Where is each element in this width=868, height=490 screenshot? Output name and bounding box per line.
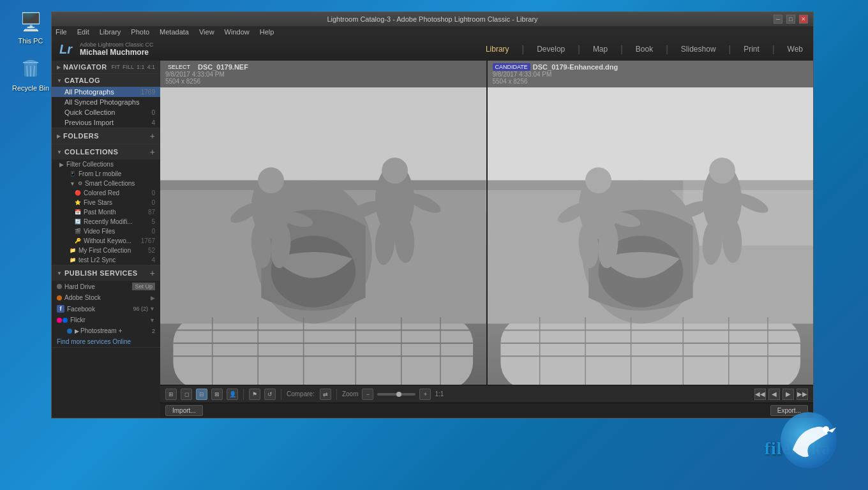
- filter-collections[interactable]: ▶ Filter Collections: [52, 160, 160, 169]
- nav-1-1[interactable]: 1:1: [137, 64, 145, 70]
- menu-file[interactable]: File: [54, 28, 68, 36]
- zoom-plus-button[interactable]: +: [419, 389, 431, 400]
- next-button[interactable]: ▶: [782, 389, 794, 400]
- lr-logo: Lr: [59, 42, 72, 57]
- watermark-content: filekaka: [765, 438, 831, 459]
- menu-window[interactable]: Window: [223, 28, 251, 36]
- publish-facebook[interactable]: f Facebook 96 (2) ▼: [52, 303, 160, 315]
- prev-button[interactable]: ◀: [768, 389, 780, 400]
- desktop-icon-this-pc[interactable]: 🖥️ This PC: [5, 6, 56, 47]
- catalog-all-photographs[interactable]: All Photographs 1769: [52, 87, 160, 97]
- collection-recently-modified[interactable]: 🔄 Recently Modifi... 5: [52, 217, 160, 226]
- lr-center: SELECT DSC_0179.NEF 9/8/2017 4:33:04 PM …: [160, 61, 813, 418]
- menu-view[interactable]: View: [198, 28, 216, 36]
- right-sculpture-svg: [488, 61, 814, 385]
- test-lr2-icon: 📁: [70, 257, 76, 263]
- collection-five-stars[interactable]: ⭐ Five Stars 0: [52, 198, 160, 207]
- hard-drive-setup[interactable]: Set Up: [132, 283, 155, 290]
- menu-library[interactable]: Library: [98, 28, 123, 36]
- svg-point-47: [709, 158, 735, 184]
- navigator-section: ▶ Navigator FIT FILL 1:1 4:1: [52, 61, 160, 74]
- people-view-button[interactable]: 👤: [227, 389, 238, 400]
- find-more-services[interactable]: Find more services Online: [52, 336, 160, 347]
- minimize-button[interactable]: ─: [774, 15, 782, 24]
- maximize-button[interactable]: □: [786, 15, 795, 24]
- import-button[interactable]: Import...: [165, 405, 203, 416]
- folders-section: ▶ Folders +: [52, 128, 160, 144]
- menu-photo[interactable]: Photo: [130, 28, 151, 36]
- compare-right-image: CANDIDATE DSC_0179-Enhanced.dng 9/8/2017…: [488, 61, 814, 385]
- menu-metadata[interactable]: Metadata: [158, 28, 190, 36]
- nav-fill[interactable]: FILL: [123, 64, 134, 70]
- folders-header[interactable]: ▶ Folders +: [52, 128, 160, 144]
- nav-library[interactable]: Library: [483, 43, 512, 55]
- publish-photostream[interactable]: ▶ Photostream + 2: [52, 325, 160, 336]
- without-keywords-count: 1767: [141, 237, 155, 244]
- catalog-all-photos-count: 1769: [141, 89, 155, 96]
- nav-web[interactable]: Web: [785, 43, 805, 55]
- prev-arrow-button[interactable]: ◀◀: [754, 389, 766, 400]
- close-button[interactable]: ✕: [799, 15, 808, 24]
- nav-develop[interactable]: Develop: [534, 43, 567, 55]
- navigator-header[interactable]: ▶ Navigator FIT FILL 1:1 4:1: [52, 61, 160, 73]
- rotate-button[interactable]: ↺: [264, 389, 276, 400]
- zoom-slider[interactable]: [377, 393, 415, 396]
- nav-map[interactable]: Map: [590, 43, 610, 55]
- nav-fit[interactable]: FIT: [111, 64, 120, 70]
- catalog-header[interactable]: ▼ Catalog: [52, 74, 160, 87]
- nav-print[interactable]: Print: [741, 43, 762, 55]
- bottom-right-controls: ◀◀ ◀ ▶ ▶▶: [754, 389, 808, 400]
- publish-flickr[interactable]: Flickr ▼: [52, 315, 160, 325]
- facebook-count: 96 (2): [133, 306, 149, 312]
- loupe-view-button[interactable]: ◻: [181, 389, 192, 400]
- export-button[interactable]: Export...: [770, 405, 808, 416]
- collection-without-keywords[interactable]: 🔑 Without Keywo... 1767: [52, 236, 160, 246]
- my-first-collection-icon: 📁: [70, 248, 76, 253]
- five-stars-label: Five Stars: [84, 199, 112, 206]
- recently-modified-label: Recently Modifi...: [84, 218, 133, 225]
- publish-hard-drive[interactable]: Hard Drive Set Up: [52, 281, 160, 292]
- collections-arrow: ▼: [57, 149, 62, 155]
- catalog-prev-label: Previous Import: [64, 119, 114, 126]
- zoom-minus-button[interactable]: −: [362, 389, 373, 400]
- test-lr2-sync[interactable]: 📁 test Lr2 Sync 4: [52, 255, 160, 265]
- hard-drive-label: Hard Drive: [64, 283, 95, 290]
- nav-slideshow[interactable]: Slideshow: [678, 43, 719, 55]
- nav-book[interactable]: Book: [633, 43, 655, 55]
- collection-colored-red[interactable]: 🔴 Colored Red 0: [52, 188, 160, 198]
- flag-button[interactable]: ⚑: [249, 389, 260, 400]
- past-month-icon: 📅: [75, 209, 81, 215]
- collection-video-files[interactable]: 🎬 Video Files 0: [52, 226, 160, 236]
- next-arrow-button[interactable]: ▶▶: [797, 389, 808, 400]
- my-first-collection[interactable]: 📁 My First Collection 52: [52, 246, 160, 255]
- lr-left-panel: ▶ Navigator FIT FILL 1:1 4:1 ▼ Catalog: [52, 61, 160, 418]
- publish-services-add-button[interactable]: +: [150, 268, 155, 278]
- catalog-previous-import[interactable]: Previous Import 4: [52, 117, 160, 128]
- catalog-synced[interactable]: All Synced Photographs: [52, 97, 160, 107]
- menu-edit[interactable]: Edit: [76, 28, 91, 36]
- publish-services-header[interactable]: ▼ Publish Services +: [52, 265, 160, 281]
- filter-collections-label: Filter Collections: [66, 161, 114, 168]
- collection-past-month[interactable]: 📅 Past Month 87: [52, 207, 160, 217]
- catalog-quick-label: Quick Collection: [64, 108, 115, 116]
- my-first-collection-label: My First Collection: [79, 247, 131, 254]
- svg-point-11: [258, 167, 284, 193]
- right-photo-canvas: [488, 61, 814, 385]
- publish-adobe-stock[interactable]: Adobe Stock ▶: [52, 292, 160, 303]
- lr-user-name: Michael Muchmore: [80, 48, 483, 57]
- menu-help[interactable]: Help: [258, 28, 276, 36]
- folders-add-button[interactable]: +: [150, 131, 155, 141]
- collections-add-button[interactable]: +: [150, 147, 155, 157]
- nav-4-1[interactable]: 4:1: [147, 64, 155, 70]
- smart-collections[interactable]: ▼ ⚙ Smart Collections: [52, 179, 160, 188]
- svg-rect-37: [683, 181, 813, 246]
- survey-view-button[interactable]: ⊠: [211, 389, 223, 400]
- grid-view-button[interactable]: ⊞: [165, 389, 177, 400]
- video-files-icon: 🎬: [75, 228, 81, 234]
- collections-header[interactable]: ▼ Collections +: [52, 144, 160, 160]
- catalog-quick-collection[interactable]: Quick Collection 0: [52, 107, 160, 117]
- compare-icon[interactable]: ⇄: [320, 389, 331, 400]
- from-lr-mobile[interactable]: 📱 From Lr mobile: [52, 169, 160, 179]
- desktop-icon-recycle-bin[interactable]: Recycle Bin: [5, 54, 56, 94]
- compare-view-button[interactable]: ⊟: [196, 389, 207, 400]
